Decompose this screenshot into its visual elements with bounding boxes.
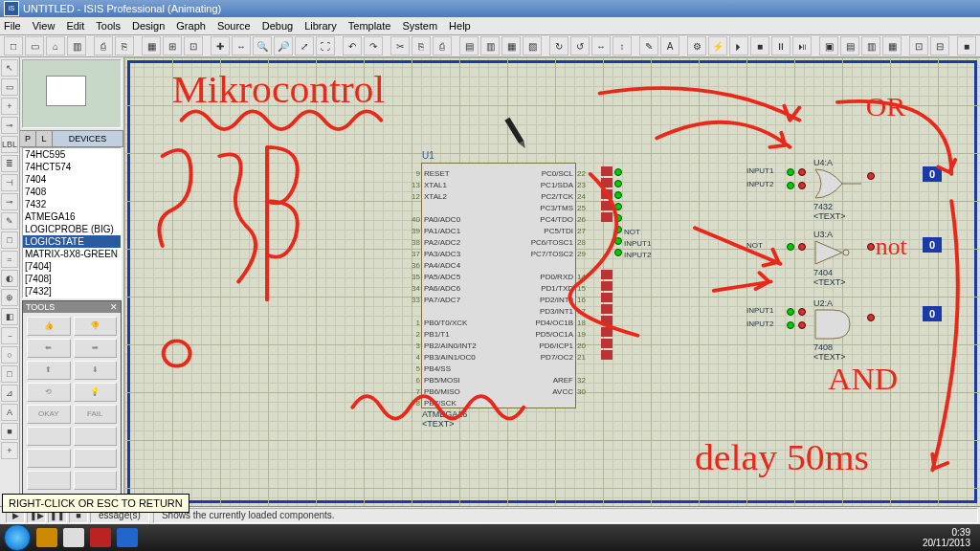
toolbar-button[interactable]: ▧ <box>523 36 542 55</box>
schematic-canvas[interactable]: U1 ATMEGA16<TEXT> 9RESET13XTAL112XTAL240… <box>124 57 980 506</box>
toolbar-button[interactable]: ⏯ <box>792 36 812 55</box>
toolbar-button[interactable]: ■ <box>750 36 769 55</box>
device-item[interactable]: LOGICPROBE (BIG) <box>23 223 121 235</box>
stamp-button[interactable] <box>74 449 118 468</box>
device-list[interactable]: 74HC59574HCT574740474087432ATMEGA16LOGIC… <box>22 147 122 298</box>
toolbar-button[interactable]: ▥ <box>480 36 500 55</box>
mode-button[interactable]: ⊸ <box>1 117 18 134</box>
toolbar-button[interactable]: ▣ <box>819 36 838 55</box>
mode-button[interactable]: ◐ <box>1 270 18 287</box>
menu-library[interactable]: Library <box>304 20 337 32</box>
main-toolbar[interactable]: □▭⌂▥⎙⎘▦⊞⊡✚↔🔍🔎⤢⛶↶↷✂⎘⎙▤▥▦▧↻↺↔↕✎A⚙⚡⏵■⏸⏯▣▤▥▦… <box>0 35 980 57</box>
device-item[interactable]: 7404 <box>23 173 121 186</box>
toolbar-button[interactable]: ▭ <box>25 36 44 55</box>
device-picker-header[interactable]: P L DEVICES <box>20 130 123 147</box>
toolbar-button[interactable]: ▦ <box>501 36 521 55</box>
mode-button[interactable]: □ <box>1 365 18 383</box>
mode-button[interactable]: ■ <box>1 423 18 440</box>
toolbar-button[interactable]: ⏸ <box>771 36 791 55</box>
logic-probe[interactable]: 0 <box>923 166 942 182</box>
taskbar-item[interactable] <box>63 528 84 547</box>
logic-probe[interactable]: 0 <box>923 237 942 253</box>
menu-debug[interactable]: Debug <box>262 20 293 32</box>
mode-button[interactable]: ◧ <box>1 308 18 325</box>
toolbar-button[interactable]: ⎙ <box>433 36 452 55</box>
toolbar-button[interactable]: ↕ <box>612 36 632 55</box>
toolbar-button[interactable]: A <box>660 36 679 55</box>
toolbar-button[interactable]: ⎘ <box>115 36 134 55</box>
toolbar-button[interactable]: ↺ <box>570 36 590 55</box>
toolbar-button[interactable]: 🔎 <box>274 36 293 55</box>
toolbar-button[interactable]: ▤ <box>840 36 859 55</box>
toolbar-button[interactable]: ⎙ <box>94 36 113 55</box>
stamp-button[interactable]: 👍 <box>27 317 71 336</box>
toolbar-button[interactable]: ■ <box>957 36 976 55</box>
menu-view[interactable]: View <box>33 20 56 32</box>
mode-button[interactable]: LBL <box>1 136 18 153</box>
toolbar-button[interactable]: ↔ <box>591 36 611 55</box>
start-button[interactable] <box>4 524 31 551</box>
stamp-button[interactable]: ⬅ <box>27 339 71 358</box>
lib-button[interactable]: L <box>36 131 53 146</box>
mode-button[interactable]: = <box>1 251 18 268</box>
net-label[interactable]: NOT <box>746 241 763 250</box>
gate-not[interactable]: U3:A 7404<TEXT> <box>813 230 867 287</box>
toolbar-button[interactable]: ⤢ <box>295 36 314 55</box>
menu-source[interactable]: Source <box>217 20 251 32</box>
toolbar-button[interactable]: □ <box>4 36 23 55</box>
mode-button[interactable]: ○ <box>1 346 18 364</box>
mode-button[interactable]: ⊣ <box>1 174 18 191</box>
mode-button[interactable]: ⊿ <box>1 385 18 402</box>
toolbar-button[interactable]: ⛶ <box>316 36 335 55</box>
mode-button[interactable]: ⊕ <box>1 289 18 306</box>
toolbar-button[interactable]: ▦ <box>142 36 161 55</box>
menu-tools[interactable]: Tools <box>96 20 121 32</box>
toolbar-button[interactable]: ⎘ <box>412 36 431 55</box>
toolbar-button[interactable]: ✎ <box>639 36 658 55</box>
toolbar-button[interactable]: ✂ <box>390 36 410 55</box>
menu-edit[interactable]: Edit <box>66 20 84 32</box>
mode-button[interactable]: ⊸ <box>1 193 18 210</box>
mode-button[interactable]: A <box>1 404 18 421</box>
stamp-button[interactable]: 💡 <box>74 383 118 402</box>
stamp-button[interactable]: 👎 <box>74 317 118 336</box>
toolbar-button[interactable]: ⊡ <box>909 36 928 55</box>
toolbar-button[interactable]: ⌂ <box>46 36 65 55</box>
device-item[interactable]: [7404] <box>23 260 121 273</box>
net-label[interactable]: INPUT1 <box>746 166 773 175</box>
gate-or[interactable]: U4:A 7432<TEXT> <box>813 158 867 221</box>
mode-button[interactable]: □ <box>1 231 18 249</box>
overview-pane[interactable] <box>22 59 122 128</box>
logic-probe[interactable]: 0 <box>923 306 942 321</box>
net-label[interactable]: INPUT1 <box>624 239 651 248</box>
device-item[interactable]: LOGICSTATE <box>23 235 121 248</box>
pick-button[interactable]: P <box>20 131 36 146</box>
mode-button[interactable]: + <box>1 442 18 459</box>
device-item[interactable]: ATMEGA16 <box>23 210 121 223</box>
taskbar-item[interactable] <box>117 528 138 547</box>
stamp-button[interactable]: FAIL <box>74 405 118 424</box>
device-item[interactable]: MATRIX-8X8-GREEN <box>23 248 121 260</box>
gate-and[interactable]: U2:A 7408<TEXT> <box>813 298 867 362</box>
toolbar-button[interactable]: ⚙ <box>687 36 706 55</box>
menu-design[interactable]: Design <box>132 20 165 32</box>
mode-button[interactable]: ✎ <box>1 212 18 230</box>
menu-file[interactable]: File <box>4 20 21 32</box>
device-item[interactable]: 7408 <box>23 186 121 198</box>
taskbar-item[interactable] <box>90 528 111 547</box>
toolbar-button[interactable]: ⚡ <box>708 36 727 55</box>
menu-system[interactable]: System <box>402 20 437 32</box>
stamp-button[interactable] <box>27 471 71 490</box>
device-item[interactable]: [7432] <box>23 285 121 298</box>
stamp-button[interactable] <box>74 427 118 446</box>
menu-bar[interactable]: FileViewEditToolsDesignGraphSourceDebugL… <box>0 17 980 35</box>
tools-close-icon[interactable]: ✕ <box>110 302 118 312</box>
toolbar-button[interactable]: ⊞ <box>163 36 182 55</box>
toolbar-button[interactable]: ▥ <box>67 36 86 55</box>
toolbar-button[interactable]: ↻ <box>549 36 568 55</box>
toolbar-button[interactable]: ↔ <box>232 36 251 55</box>
mode-button[interactable]: － <box>1 327 18 344</box>
mode-toolbar[interactable]: ↖▭+⊸LBL≣⊣⊸✎□=◐⊕◧－○□⊿A■+ <box>0 57 20 506</box>
toolbar-button[interactable]: 🔍 <box>253 36 272 55</box>
toolbar-button[interactable]: ↶ <box>343 36 362 55</box>
